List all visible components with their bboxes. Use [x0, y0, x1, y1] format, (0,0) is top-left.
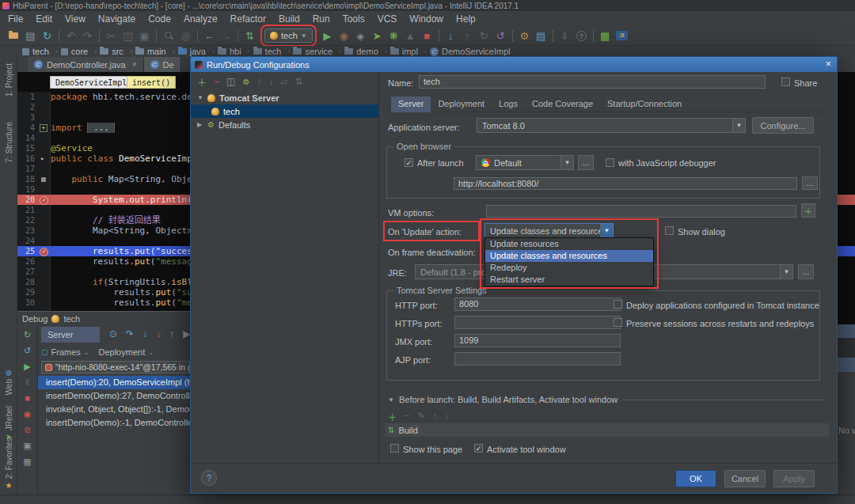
url-input[interactable]: http://localhost:8080/: [454, 177, 797, 190]
folder-icon[interactable]: ▱: [280, 76, 287, 87]
move-up-icon[interactable]: ↑: [433, 411, 438, 423]
stripe-structure[interactable]: 7: Structure: [0, 122, 17, 163]
breadcrumb-item[interactable]: service ›: [293, 47, 344, 56]
sort-icon[interactable]: ⇅: [295, 76, 303, 87]
force-step-into-icon[interactable]: ↓: [156, 328, 161, 339]
dropdown-option[interactable]: Redeploy: [485, 262, 653, 274]
breakpoint-icon[interactable]: [38, 195, 51, 205]
step-into-icon[interactable]: ↓: [142, 328, 147, 339]
tree-group-tomcat-server[interactable]: ▼ Tomcat Server: [191, 91, 378, 104]
stop-icon[interactable]: ■: [25, 393, 30, 404]
breadcrumb-item[interactable]: hbi ›: [218, 47, 253, 56]
tab-server[interactable]: Server: [41, 327, 100, 343]
edit-defaults-icon[interactable]: ⚙: [242, 78, 249, 86]
stack-frame-row[interactable]: invoke(int, Object, Object[]):-1, DemoC: [38, 403, 190, 416]
stack-frame-row[interactable]: insertDemo(Demo):27, DemoController: [38, 389, 190, 403]
vcs-revert-icon[interactable]: ↺: [492, 28, 509, 44]
debug-icon[interactable]: ◉: [336, 28, 352, 44]
diff-icon[interactable]: ▦: [597, 28, 614, 44]
breadcrumb-item[interactable]: core ›: [61, 47, 100, 56]
thread-dump-icon[interactable]: ▣: [23, 441, 31, 451]
run-to-cursor-icon[interactable]: ▶: [183, 328, 190, 339]
edit-icon[interactable]: ✎: [417, 411, 424, 423]
tree-item-tech[interactable]: tech: [191, 104, 378, 118]
coverage-icon[interactable]: ◈: [352, 28, 369, 44]
menu-item[interactable]: Tools: [336, 13, 371, 25]
vcs-commit-icon[interactable]: ↑: [459, 28, 476, 44]
breadcrumb-item[interactable]: main ›: [135, 47, 178, 56]
refresh-icon[interactable]: ↺: [24, 346, 31, 356]
show-dialog-checkbox[interactable]: [665, 226, 674, 235]
add-icon[interactable]: ＋: [388, 411, 397, 423]
move-down-icon[interactable]: ↓: [268, 76, 273, 87]
ajp-port-input[interactable]: [454, 352, 621, 366]
gutter-marker[interactable]: [38, 153, 51, 164]
after-launch-checkbox[interactable]: [405, 158, 413, 167]
run-config-select[interactable]: tech ▼: [264, 28, 313, 43]
stack-frame-row[interactable]: insert(Demo):20, DemoServiceImpl (hb: [38, 376, 190, 389]
menu-item[interactable]: Build: [272, 13, 306, 25]
deploy-applications-checkbox[interactable]: [614, 300, 622, 309]
find-icon[interactable]: [164, 31, 173, 40]
help-icon[interactable]: ?: [576, 31, 587, 41]
open-file-icon[interactable]: [9, 32, 18, 39]
menu-item[interactable]: VCS: [371, 13, 404, 25]
menu-item[interactable]: Code: [142, 13, 177, 25]
stripe-favorites[interactable]: 2: Favorites★: [0, 438, 17, 490]
menu-item[interactable]: File: [2, 13, 29, 25]
expand-editor-icon[interactable]: ＋: [801, 203, 815, 218]
editor-tab-democontroller[interactable]: DemoController.java ×: [28, 57, 144, 72]
close-icon[interactable]: ×: [132, 60, 137, 69]
cancel-button[interactable]: Cancel: [724, 470, 766, 487]
breadcrumb-item[interactable]: tech ›: [253, 47, 294, 56]
http-port-input[interactable]: 8080: [454, 297, 621, 311]
breadcrumb-item[interactable]: java ›: [178, 47, 218, 56]
gutter-marker[interactable]: [38, 123, 51, 133]
mute-breakpoints-icon[interactable]: ⊘: [24, 425, 31, 435]
dialog-titlebar[interactable]: Run/Debug Configurations ×: [191, 57, 837, 72]
synchronize-icon[interactable]: ↻: [39, 28, 55, 44]
breadcrumb-item[interactable]: src ›: [100, 47, 135, 56]
dropdown-option[interactable]: Update resources: [485, 238, 653, 250]
application-server-select[interactable]: Tomcat 8.0 ▼: [477, 118, 746, 133]
show-this-page-checkbox[interactable]: [390, 444, 399, 453]
name-input[interactable]: tech: [419, 75, 766, 89]
copy-icon[interactable]: ◫: [120, 28, 136, 44]
before-launch-header[interactable]: ▼ Before launch: Build, Build Artifacts,…: [388, 395, 826, 404]
vcs-update-icon[interactable]: ↓: [443, 28, 459, 44]
menu-item[interactable]: Run: [306, 13, 336, 25]
breadcrumb-item[interactable]: impl ›: [390, 47, 430, 56]
export-icon[interactable]: ⇓: [557, 28, 573, 44]
jrebel-icon[interactable]: JI: [616, 31, 628, 40]
save-all-icon[interactable]: ▤: [22, 28, 39, 44]
dropdown-option[interactable]: Restart server: [485, 274, 653, 286]
dialog-tab[interactable]: Server: [391, 97, 431, 112]
stop-icon[interactable]: ■: [419, 28, 435, 44]
undo-icon[interactable]: ↶: [63, 28, 79, 44]
layout-icon[interactable]: ▦: [23, 457, 31, 467]
tab-deployment[interactable]: Deployment ⌄: [99, 347, 154, 357]
apply-button[interactable]: Apply: [773, 470, 815, 487]
js-debugger-checkbox[interactable]: [606, 158, 614, 167]
share-checkbox[interactable]: [781, 78, 790, 86]
breadcrumb-item[interactable]: DemoServiceImpl ›: [430, 47, 511, 56]
dropdown-option[interactable]: Update classes and resources: [485, 250, 653, 262]
help-button[interactable]: ?: [201, 470, 217, 486]
url-more-button[interactable]: ...: [802, 176, 818, 190]
breakpoint-icon[interactable]: [38, 246, 51, 256]
thread-select[interactable]: "http-nio-8080-exec-14"@17,565 in g: [41, 361, 190, 373]
tab-frames[interactable]: ▢ Frames ⌄: [41, 347, 89, 357]
close-icon[interactable]: ×: [825, 58, 831, 70]
menu-item[interactable]: View: [59, 13, 92, 25]
preserve-sessions-checkbox[interactable]: [614, 318, 622, 327]
remove-icon[interactable]: −: [405, 411, 409, 423]
https-port-input[interactable]: [454, 316, 621, 329]
paste-icon[interactable]: ▣: [136, 28, 153, 44]
editor-tab-demoserviceimpl[interactable]: De: [144, 57, 181, 72]
browser-more-button[interactable]: ...: [578, 155, 594, 170]
pause-icon[interactable]: ‖: [25, 377, 29, 388]
settings-icon[interactable]: ⚙: [516, 28, 533, 44]
jre-more-button[interactable]: ...: [798, 264, 814, 279]
configure-button[interactable]: Configure...: [752, 117, 814, 134]
menu-item[interactable]: Help: [450, 13, 482, 25]
